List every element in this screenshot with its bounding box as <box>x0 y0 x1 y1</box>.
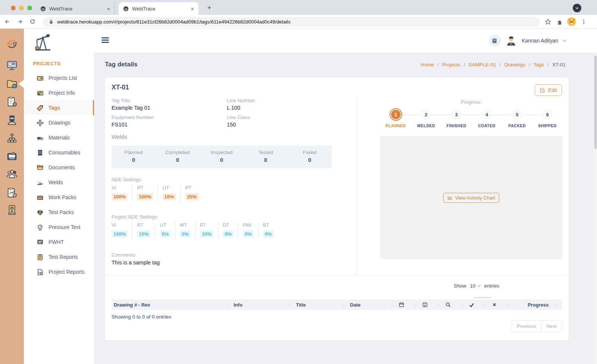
browser-tab-1[interactable]: WeldTrace × <box>36 2 115 15</box>
projects-folder-icon[interactable] <box>6 78 18 90</box>
close-tab-icon[interactable]: × <box>191 6 194 12</box>
sidebar-item-tags[interactable]: Tags <box>24 100 94 115</box>
sidebar-item-work-packs[interactable]: Work Packs <box>24 190 94 205</box>
field-label: Line Class: <box>227 114 251 120</box>
download-indicator[interactable] <box>573 4 581 12</box>
col-drawing-rev[interactable]: Drawing # - Rev↑↓ <box>112 299 231 310</box>
sidebar-item-documents[interactable]: Documents <box>24 160 94 175</box>
view-activity-chart-button[interactable]: View Activity Chart <box>443 193 499 203</box>
sort-icon[interactable]: ↑↓ <box>390 302 394 307</box>
previous-page-button[interactable]: Previous <box>512 320 542 332</box>
breadcrumb-sample-01[interactable]: SAMPLE-01 <box>469 62 496 68</box>
meter-device-icon[interactable] <box>6 204 18 216</box>
sort-icon[interactable]: ↑↓ <box>342 302 345 307</box>
sidebar-item-drawings[interactable]: Drawings <box>24 115 94 130</box>
hamburger-menu-icon[interactable] <box>101 37 109 44</box>
sort-icon[interactable]: ↑↓ <box>484 302 487 307</box>
col-title[interactable]: Title↑↓ <box>294 299 348 310</box>
sidebar-item-project-info[interactable]: Project Info <box>24 85 94 100</box>
col-search[interactable]: ↑↓ <box>443 299 466 310</box>
dashboard-monitor-icon[interactable] <box>6 60 18 71</box>
org-hierarchy-icon[interactable] <box>6 133 18 144</box>
chevron-down-icon[interactable] <box>563 38 566 42</box>
page-size-select[interactable]: 10 <box>470 283 480 289</box>
welder-helmet-icon[interactable] <box>6 114 18 125</box>
reload-button[interactable] <box>27 16 38 27</box>
sidebar-item-label: Consumables <box>49 150 81 156</box>
sidebar-item-materials[interactable]: Materials <box>24 130 94 145</box>
tasks-clipboard-icon[interactable] <box>6 96 18 107</box>
browser-menu-icon[interactable] <box>581 19 587 25</box>
col-x[interactable]: ↑↓ <box>490 299 513 310</box>
table-scrollbar[interactable] <box>473 297 491 298</box>
col-progress[interactable]: Progress↑↓ <box>513 299 562 310</box>
sort-icon[interactable]: ↑↓ <box>225 302 229 307</box>
new-tab-button[interactable]: + <box>204 3 214 13</box>
close-window-light[interactable] <box>11 6 16 10</box>
next-page-button[interactable]: Next <box>541 320 562 332</box>
sidebar-item-pwht[interactable]: PWHT <box>24 235 94 250</box>
sidebar-item-test-packs[interactable]: Test Packs <box>24 205 94 220</box>
sidebar-item-label: Materials <box>49 135 70 141</box>
drawings-book-icon[interactable] <box>6 151 18 162</box>
sort-icon[interactable]: ↑↓ <box>437 302 440 307</box>
progress-step-welded: 2WELDED <box>411 110 441 128</box>
project-reports-icon <box>37 269 44 276</box>
address-field[interactable]: weldtrace.herokuapp.com/#/projects/611e3… <box>43 17 540 27</box>
sidebar-item-pressure-test[interactable]: Pressure Test <box>24 220 94 235</box>
progress-step-planned: 1PLANNED <box>381 110 411 128</box>
col-calendar[interactable]: ↑↓ <box>396 299 420 310</box>
zoom-window-light[interactable] <box>27 6 32 10</box>
progress-stepper: 1PLANNED 2WELDED 3FINISHED 4COATED 5PACK… <box>381 110 563 133</box>
profile-avatar[interactable] <box>567 17 576 26</box>
breadcrumb-home[interactable]: Home <box>421 62 434 68</box>
journal-button[interactable] <box>489 35 501 47</box>
col-calendar-check[interactable]: ↑↓ <box>420 299 443 310</box>
sort-icon[interactable]: ↑↓ <box>556 302 559 307</box>
sidebar-item-welds[interactable]: Welds <box>24 175 94 190</box>
schedule-clipboard-icon[interactable] <box>6 187 18 198</box>
extensions-puzzle-icon[interactable] <box>556 19 562 25</box>
team-icon[interactable] <box>6 168 18 179</box>
col-info[interactable]: Info↑↓ <box>231 299 294 310</box>
sort-icon[interactable]: ↑↓ <box>288 302 291 307</box>
sidebar-item-test-reports[interactable]: Test Reports <box>24 250 94 264</box>
minimize-window-light[interactable] <box>19 6 24 10</box>
sidebar-item-consumables[interactable]: Consumables <box>24 145 94 160</box>
close-tab-icon[interactable]: × <box>107 6 110 12</box>
forward-button[interactable] <box>14 16 25 27</box>
edit-button[interactable]: Edit <box>535 84 562 96</box>
field-value: L 100 <box>227 105 256 111</box>
comments-label: Comments: <box>112 252 136 258</box>
sort-icon[interactable]: ↑↓ <box>414 302 417 307</box>
breadcrumb-projects[interactable]: Projects <box>442 62 460 68</box>
sort-icon[interactable]: ↑↓ <box>460 302 464 307</box>
sidebar-item-projects-list[interactable]: Projects List <box>24 70 94 85</box>
nde-settings-row: VI100% RT100% UT10% PT25% <box>112 185 208 202</box>
breadcrumb-tags[interactable]: Tags <box>534 62 544 68</box>
nde-pt: PT25% <box>185 185 203 202</box>
consumables-icon <box>37 149 44 156</box>
weld-stats-bar: Planned0 Completed0 Inspected0 Tested0 F… <box>112 145 332 168</box>
progress-heading: Progress: <box>380 99 562 105</box>
sort-icon[interactable]: ↑↓ <box>507 302 510 307</box>
sidebar-item-project-reports[interactable]: Project Reports <box>24 264 94 279</box>
weldtrace-logo-icon[interactable]: WT <box>6 38 18 50</box>
col-check[interactable]: ↑↓ <box>466 299 490 310</box>
calendar-check-icon <box>422 302 428 307</box>
pump-jack-logo[interactable] <box>34 32 51 52</box>
table-summary: Showing 0 to 0 of 0 entries <box>112 314 171 320</box>
weldtrace-favicon <box>123 6 129 12</box>
browser-tab-2-active[interactable]: WeldTrace × <box>119 2 199 15</box>
user-name[interactable]: Kannan Adityan <box>522 38 558 44</box>
col-date[interactable]: Date↑↓ <box>348 299 396 310</box>
progress-step-finished: 3FINISHED <box>441 110 472 128</box>
stat-inspected: Inspected0 <box>200 145 244 168</box>
user-avatar[interactable] <box>506 35 517 47</box>
breadcrumb-drawings[interactable]: Drawings <box>504 62 525 68</box>
bookmark-star-icon[interactable] <box>545 19 551 25</box>
page-scrollbar[interactable] <box>594 53 597 364</box>
scrollbar-thumb[interactable] <box>594 56 597 149</box>
browser-window: WeldTrace × WeldTrace × + weldtrace.hero… <box>0 0 597 364</box>
back-button[interactable] <box>1 16 13 27</box>
